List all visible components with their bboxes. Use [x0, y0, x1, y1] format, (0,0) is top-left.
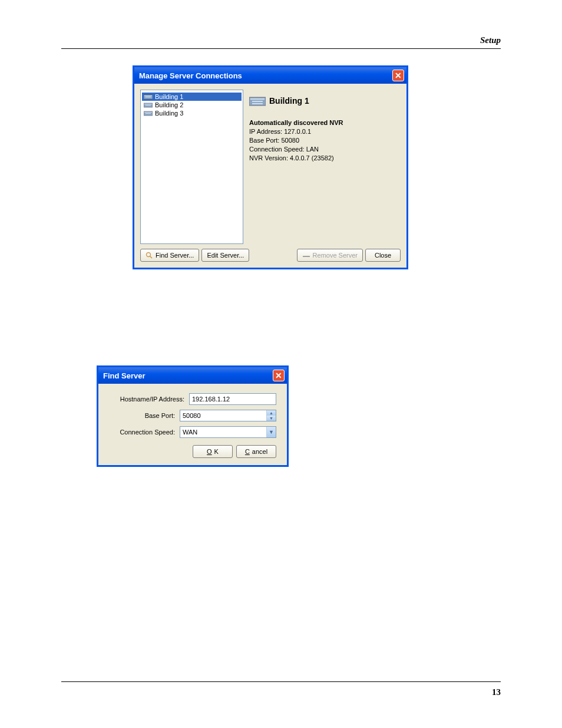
hostname-input[interactable]	[189, 393, 276, 405]
edit-server-label: Edit Server...	[207, 252, 244, 259]
close-button[interactable]: Close	[365, 249, 401, 262]
svg-rect-7	[144, 112, 152, 113]
dialog-body: Hostname/IP Address: Base Port: ▲ ▼ Conn…	[98, 384, 287, 465]
server-list[interactable]: Building 1 Building 2 Building 3	[140, 90, 243, 244]
port-row: Base Port: ▲ ▼	[109, 410, 276, 421]
hostname-row: Hostname/IP Address:	[109, 393, 276, 405]
close-label: Close	[375, 252, 391, 259]
magnify-icon	[146, 252, 153, 259]
server-large-icon	[249, 94, 266, 107]
server-icon	[144, 110, 153, 117]
details-version: NVR Version: 4.0.0.7 (23582)	[249, 154, 398, 163]
find-server-button[interactable]: Find Server...	[140, 249, 199, 262]
footer-rule	[61, 681, 501, 682]
ok-button[interactable]: OK	[193, 445, 233, 458]
dialog-title: Find Server	[103, 371, 146, 380]
dialog-body: Building 1 Building 2 Building 3	[134, 84, 406, 268]
details-port: Base Port: 50080	[249, 136, 398, 145]
server-item-label: Building 1	[155, 93, 183, 100]
server-item-label: Building 2	[155, 101, 183, 108]
svg-rect-10	[250, 98, 265, 100]
titlebar[interactable]: Manage Server Connections ✕	[134, 67, 406, 84]
details-speed: Connection Speed: LAN	[249, 145, 398, 154]
close-icon[interactable]: ✕	[392, 70, 404, 81]
port-spinner[interactable]: ▲ ▼	[180, 410, 276, 421]
speed-select[interactable]: ▼	[180, 426, 276, 438]
server-item-building-2[interactable]: Building 2	[142, 101, 242, 109]
svg-rect-1	[144, 95, 152, 96]
chevron-down-icon[interactable]: ▼	[266, 427, 276, 437]
details-title: Building 1	[269, 96, 309, 106]
page-header: Setup	[480, 35, 501, 45]
svg-line-14	[150, 256, 153, 258]
titlebar[interactable]: Find Server ✕	[98, 367, 287, 384]
button-row: Find Server... Edit Server... Remove Ser…	[140, 249, 401, 262]
details-heading: Automatically discovered NVR	[249, 119, 398, 126]
svg-rect-4	[144, 104, 152, 104]
find-server-dialog: Find Server ✕ Hostname/IP Address: Base …	[97, 365, 289, 467]
manage-server-connections-dialog: Manage Server Connections ✕ Building 1 B…	[133, 65, 408, 269]
details-ip: IP Address: 127.0.0.1	[249, 127, 398, 136]
svg-point-13	[147, 252, 151, 256]
server-item-label: Building 3	[155, 110, 183, 117]
minus-icon	[302, 253, 310, 258]
speed-label: Connection Speed:	[109, 429, 180, 436]
server-item-building-3[interactable]: Building 3	[142, 109, 242, 117]
speed-value[interactable]	[180, 427, 266, 437]
svg-rect-8	[146, 113, 151, 114]
spinner-down-icon[interactable]: ▼	[267, 416, 276, 421]
server-icon	[144, 93, 153, 100]
remove-server-label: Remove Server	[313, 252, 358, 259]
details-panel: Building 1 Automatically discovered NVR …	[247, 90, 401, 244]
dialog-title: Manage Server Connections	[139, 71, 242, 80]
header-rule	[61, 48, 501, 49]
find-server-label: Find Server...	[156, 252, 194, 259]
edit-server-button[interactable]: Edit Server...	[201, 249, 249, 262]
svg-rect-15	[303, 256, 310, 257]
spinner-buttons: ▲ ▼	[266, 410, 276, 421]
svg-rect-12	[252, 103, 263, 104]
page-number: 13	[492, 687, 501, 697]
cancel-button[interactable]: Cancel	[236, 445, 276, 458]
dialog-main: Building 1 Building 2 Building 3	[140, 90, 401, 244]
svg-rect-5	[146, 105, 151, 106]
server-icon	[144, 101, 153, 108]
svg-rect-11	[252, 101, 263, 102]
server-item-building-1[interactable]: Building 1	[142, 93, 242, 101]
details-title-row: Building 1	[249, 94, 398, 107]
close-icon[interactable]: ✕	[273, 370, 285, 381]
port-input[interactable]	[180, 410, 266, 421]
button-row: OK Cancel	[109, 445, 276, 458]
spinner-up-icon[interactable]: ▲	[267, 410, 276, 416]
port-label: Base Port:	[109, 412, 180, 419]
hostname-label: Hostname/IP Address:	[109, 396, 189, 403]
svg-rect-2	[146, 97, 151, 97]
speed-row: Connection Speed: ▼	[109, 426, 276, 438]
remove-server-button: Remove Server	[297, 249, 363, 262]
